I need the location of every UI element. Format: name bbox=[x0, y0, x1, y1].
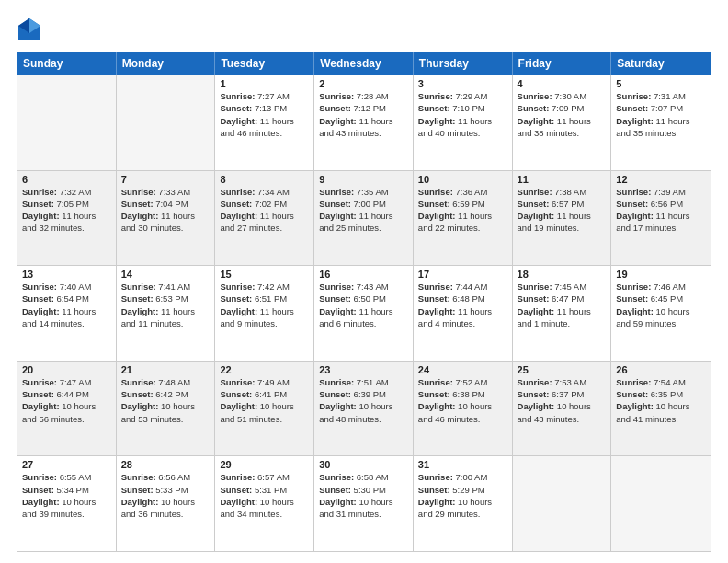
cal-cell-7: 7 Sunrise: 7:33 AM Sunset: 7:04 PM Dayli… bbox=[117, 171, 216, 266]
sunrise-line: Sunrise: 7:47 AM bbox=[22, 376, 111, 388]
daylight-line: Daylight: 11 hours and 17 minutes. bbox=[616, 210, 706, 235]
daylight-line: Daylight: 10 hours and 53 minutes. bbox=[121, 400, 210, 425]
sunrise-line: Sunrise: 7:33 AM bbox=[121, 186, 210, 198]
day-number: 27 bbox=[22, 459, 111, 470]
daylight-line: Daylight: 11 hours and 38 minutes. bbox=[518, 115, 607, 140]
sunset-line: Sunset: 6:42 PM bbox=[121, 388, 210, 400]
sunrise-line: Sunrise: 7:00 AM bbox=[418, 471, 507, 483]
cal-cell-8: 8 Sunrise: 7:34 AM Sunset: 7:02 PM Dayli… bbox=[215, 171, 314, 266]
sunset-line: Sunset: 6:37 PM bbox=[518, 388, 607, 400]
sunrise-line: Sunrise: 6:55 AM bbox=[22, 471, 111, 483]
calendar: SundayMondayTuesdayWednesdayThursdayFrid… bbox=[17, 52, 711, 552]
day-number: 6 bbox=[22, 174, 111, 185]
sunrise-line: Sunrise: 7:45 AM bbox=[518, 281, 607, 293]
sunset-line: Sunset: 6:44 PM bbox=[22, 388, 111, 400]
daylight-line: Daylight: 10 hours and 56 minutes. bbox=[22, 400, 111, 425]
sunset-line: Sunset: 7:12 PM bbox=[319, 102, 408, 114]
sunrise-line: Sunrise: 7:39 AM bbox=[616, 186, 706, 198]
sunset-line: Sunset: 5:31 PM bbox=[220, 484, 309, 496]
header bbox=[17, 17, 711, 42]
sunrise-line: Sunrise: 7:35 AM bbox=[319, 186, 408, 198]
daylight-line: Daylight: 11 hours and 6 minutes. bbox=[319, 305, 408, 330]
sunrise-line: Sunrise: 7:46 AM bbox=[616, 281, 706, 293]
cal-cell-1: 1 Sunrise: 7:27 AM Sunset: 7:13 PM Dayli… bbox=[215, 75, 314, 170]
day-number: 13 bbox=[22, 269, 111, 280]
sunrise-line: Sunrise: 7:43 AM bbox=[319, 281, 408, 293]
cal-cell-23: 23 Sunrise: 7:51 AM Sunset: 6:39 PM Dayl… bbox=[314, 362, 414, 456]
cal-cell-27: 27 Sunrise: 6:55 AM Sunset: 5:34 PM Dayl… bbox=[17, 456, 117, 551]
cal-cell-30: 30 Sunrise: 6:58 AM Sunset: 5:30 PM Dayl… bbox=[314, 456, 414, 551]
cal-cell-5: 5 Sunrise: 7:31 AM Sunset: 7:07 PM Dayli… bbox=[611, 75, 711, 170]
sunset-line: Sunset: 6:57 PM bbox=[518, 198, 607, 210]
header-day-sunday: Sunday bbox=[17, 52, 117, 75]
day-number: 18 bbox=[518, 269, 607, 280]
sunrise-line: Sunrise: 7:31 AM bbox=[616, 90, 706, 102]
sunrise-line: Sunrise: 7:53 AM bbox=[518, 376, 607, 388]
day-number: 19 bbox=[616, 269, 706, 280]
sunset-line: Sunset: 7:13 PM bbox=[220, 102, 309, 114]
cal-cell-empty-0 bbox=[17, 75, 117, 170]
sunset-line: Sunset: 6:59 PM bbox=[418, 198, 507, 210]
sunset-line: Sunset: 7:07 PM bbox=[616, 102, 706, 114]
header-day-wednesday: Wednesday bbox=[314, 52, 414, 75]
logo bbox=[17, 17, 46, 42]
sunset-line: Sunset: 6:39 PM bbox=[319, 388, 408, 400]
cal-cell-25: 25 Sunrise: 7:53 AM Sunset: 6:37 PM Dayl… bbox=[513, 362, 612, 456]
day-number: 9 bbox=[319, 174, 408, 185]
day-number: 1 bbox=[220, 78, 309, 89]
sunrise-line: Sunrise: 7:38 AM bbox=[518, 186, 607, 198]
sunset-line: Sunset: 6:41 PM bbox=[220, 388, 309, 400]
daylight-line: Daylight: 10 hours and 43 minutes. bbox=[518, 400, 607, 425]
daylight-line: Daylight: 11 hours and 27 minutes. bbox=[220, 210, 309, 235]
week-row-1: 1 Sunrise: 7:27 AM Sunset: 7:13 PM Dayli… bbox=[17, 75, 711, 170]
sunset-line: Sunset: 6:45 PM bbox=[616, 293, 706, 304]
daylight-line: Daylight: 11 hours and 43 minutes. bbox=[319, 115, 408, 140]
day-number: 28 bbox=[121, 459, 210, 470]
cal-cell-10: 10 Sunrise: 7:36 AM Sunset: 6:59 PM Dayl… bbox=[414, 171, 513, 266]
sunset-line: Sunset: 7:00 PM bbox=[319, 198, 408, 210]
sunrise-line: Sunrise: 7:36 AM bbox=[418, 186, 507, 198]
day-number: 25 bbox=[518, 364, 607, 375]
sunset-line: Sunset: 6:47 PM bbox=[518, 293, 607, 304]
cal-cell-empty-5 bbox=[513, 456, 612, 551]
daylight-line: Daylight: 10 hours and 34 minutes. bbox=[220, 496, 309, 521]
daylight-line: Daylight: 11 hours and 22 minutes. bbox=[418, 210, 507, 235]
week-row-5: 27 Sunrise: 6:55 AM Sunset: 5:34 PM Dayl… bbox=[17, 455, 711, 551]
day-number: 24 bbox=[418, 364, 507, 375]
daylight-line: Daylight: 10 hours and 36 minutes. bbox=[121, 496, 210, 521]
cal-cell-19: 19 Sunrise: 7:46 AM Sunset: 6:45 PM Dayl… bbox=[611, 266, 711, 361]
sunset-line: Sunset: 6:48 PM bbox=[418, 293, 507, 304]
cal-cell-3: 3 Sunrise: 7:29 AM Sunset: 7:10 PM Dayli… bbox=[414, 75, 513, 170]
day-number: 14 bbox=[121, 269, 210, 280]
daylight-line: Daylight: 10 hours and 31 minutes. bbox=[319, 496, 408, 521]
daylight-line: Daylight: 10 hours and 46 minutes. bbox=[418, 400, 507, 425]
day-number: 12 bbox=[616, 174, 706, 185]
header-day-friday: Friday bbox=[513, 52, 612, 75]
header-day-monday: Monday bbox=[117, 52, 216, 75]
cal-cell-31: 31 Sunrise: 7:00 AM Sunset: 5:29 PM Dayl… bbox=[414, 456, 513, 551]
cal-cell-26: 26 Sunrise: 7:54 AM Sunset: 6:35 PM Dayl… bbox=[611, 362, 711, 456]
daylight-line: Daylight: 10 hours and 29 minutes. bbox=[418, 496, 507, 521]
cal-cell-13: 13 Sunrise: 7:40 AM Sunset: 6:54 PM Dayl… bbox=[17, 266, 117, 361]
week-row-3: 13 Sunrise: 7:40 AM Sunset: 6:54 PM Dayl… bbox=[17, 265, 711, 361]
sunset-line: Sunset: 6:56 PM bbox=[616, 198, 706, 210]
sunrise-line: Sunrise: 7:54 AM bbox=[616, 376, 706, 388]
calendar-body: 1 Sunrise: 7:27 AM Sunset: 7:13 PM Dayli… bbox=[17, 75, 711, 551]
daylight-line: Daylight: 11 hours and 30 minutes. bbox=[121, 210, 210, 235]
cal-cell-11: 11 Sunrise: 7:38 AM Sunset: 6:57 PM Dayl… bbox=[513, 171, 612, 266]
sunrise-line: Sunrise: 7:30 AM bbox=[518, 90, 607, 102]
sunset-line: Sunset: 5:29 PM bbox=[418, 484, 507, 496]
cal-cell-9: 9 Sunrise: 7:35 AM Sunset: 7:00 PM Dayli… bbox=[314, 171, 414, 266]
cal-cell-2: 2 Sunrise: 7:28 AM Sunset: 7:12 PM Dayli… bbox=[314, 75, 414, 170]
cal-cell-24: 24 Sunrise: 7:52 AM Sunset: 6:38 PM Dayl… bbox=[414, 362, 513, 456]
cal-cell-empty-1 bbox=[117, 75, 216, 170]
day-number: 15 bbox=[220, 269, 309, 280]
daylight-line: Daylight: 10 hours and 59 minutes. bbox=[616, 305, 706, 330]
cal-cell-21: 21 Sunrise: 7:48 AM Sunset: 6:42 PM Dayl… bbox=[117, 362, 216, 456]
cal-cell-4: 4 Sunrise: 7:30 AM Sunset: 7:09 PM Dayli… bbox=[513, 75, 612, 170]
cal-cell-12: 12 Sunrise: 7:39 AM Sunset: 6:56 PM Dayl… bbox=[611, 171, 711, 266]
cal-cell-20: 20 Sunrise: 7:47 AM Sunset: 6:44 PM Dayl… bbox=[17, 362, 117, 456]
cal-cell-28: 28 Sunrise: 6:56 AM Sunset: 5:33 PM Dayl… bbox=[117, 456, 216, 551]
sunset-line: Sunset: 5:34 PM bbox=[22, 484, 111, 496]
sunset-line: Sunset: 7:09 PM bbox=[518, 102, 607, 114]
